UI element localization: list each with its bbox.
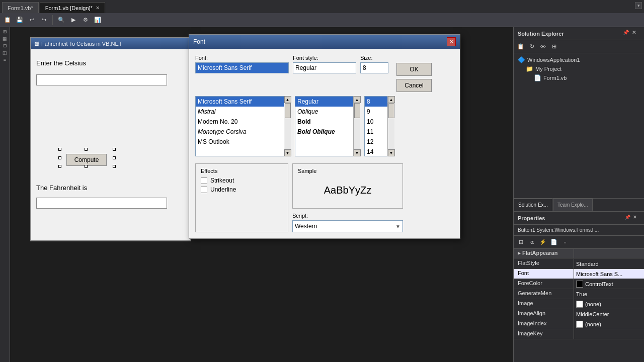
font-style-input[interactable] [293, 62, 356, 73]
font-style-label: Font style: [293, 55, 356, 61]
strikeout-label: Strikeout [210, 177, 234, 184]
select-arrow-icon: ▼ [395, 224, 400, 229]
size-scroll-down[interactable]: ▼ [388, 149, 395, 156]
size-label: Size: [360, 55, 388, 61]
size-scroll-up[interactable]: ▲ [388, 96, 395, 103]
style-scroll-track[interactable] [354, 103, 360, 149]
font-list-item-3[interactable]: Monotype Corsiva [196, 127, 290, 137]
style-list-scrollbar[interactable]: ▲ ▼ [353, 96, 360, 156]
underline-row[interactable]: Underline [201, 186, 283, 193]
underline-checkbox[interactable] [201, 187, 207, 193]
style-list-item-3[interactable]: Bold Oblique [295, 127, 360, 137]
font-scroll-track[interactable] [285, 103, 291, 149]
font-field-group: Font: [195, 55, 289, 92]
sample-text: AaBbYyZz [298, 176, 397, 204]
script-select[interactable]: Western ▼ [292, 220, 403, 232]
sample-title: Sample [298, 168, 397, 174]
script-value: Western [295, 223, 317, 230]
effects-section: Effects Strikeout Underline [195, 163, 288, 232]
dialog-title: Font [193, 38, 205, 45]
style-scroll-down[interactable]: ▼ [354, 149, 361, 156]
font-style-field-group: Font style: [293, 55, 356, 92]
font-list-item-0[interactable]: Microsoft Sans Serif [196, 97, 290, 107]
font-scroll-up[interactable]: ▲ [284, 96, 291, 103]
ok-button[interactable]: OK [396, 63, 432, 76]
size-list-scrollbar[interactable]: ▲ ▼ [387, 96, 394, 156]
script-row: Script: Western ▼ [292, 213, 403, 232]
style-list-item-2[interactable]: Bold [295, 117, 360, 127]
font-list-item-2[interactable]: Modern No. 20 [196, 117, 290, 127]
cancel-button[interactable]: Cancel [396, 79, 432, 92]
font-fields-row: Font: Font style: Size: OK [195, 55, 454, 92]
style-scroll-up[interactable]: ▲ [354, 96, 361, 103]
script-label: Script: [292, 213, 403, 219]
dialog-close-btn[interactable]: ✕ [447, 37, 456, 46]
size-field-group: Size: [360, 55, 388, 92]
style-list-wrapper: Regular Oblique Bold Bold Oblique ▲ ▼ [295, 96, 360, 156]
strikeout-checkbox[interactable] [201, 177, 207, 184]
style-list-item-1[interactable]: Oblique [295, 107, 360, 117]
font-list-wrapper: Microsoft Sans Serif Mistral Modern No. … [195, 96, 291, 156]
lists-row: Microsoft Sans Serif Mistral Modern No. … [195, 96, 454, 156]
font-scroll-down[interactable]: ▼ [284, 149, 291, 156]
font-dialog: Font ✕ Font: Font style: [189, 34, 460, 239]
font-list-item-1[interactable]: Mistral [196, 107, 290, 117]
style-scroll-thumb [354, 103, 360, 118]
dialog-title-bar: Font ✕ [189, 35, 460, 49]
underline-label: Underline [210, 186, 236, 193]
bottom-area: Effects Strikeout Underline Sample AaBbY… [195, 160, 454, 232]
font-list-scrollbar[interactable]: ▲ ▼ [284, 96, 291, 156]
sample-script-group: Sample AaBbYyZz Script: Western ▼ [292, 160, 403, 232]
size-scroll-track[interactable] [388, 103, 394, 149]
font-label: Font: [195, 55, 289, 61]
size-list-wrapper: 8 9 10 11 12 14 16 ▲ ▼ [364, 96, 394, 156]
dialog-body: Font: Font style: Size: OK [189, 49, 460, 238]
font-scroll-thumb [285, 103, 291, 118]
font-input[interactable] [195, 62, 289, 73]
font-list-item-4[interactable]: MS Outlook [196, 137, 290, 147]
font-list[interactable]: Microsoft Sans Serif Mistral Modern No. … [195, 96, 291, 156]
size-input[interactable] [360, 62, 388, 73]
size-scroll-thumb [388, 103, 394, 118]
effects-title: Effects [201, 168, 283, 174]
sample-section: Sample AaBbYyZz [292, 163, 403, 209]
modal-overlay: Font ✕ Font: Font style: [0, 0, 644, 362]
dialog-buttons: OK Cancel [396, 63, 432, 92]
style-list-item-0[interactable]: Regular [295, 97, 360, 107]
strikeout-row[interactable]: Strikeout [201, 177, 283, 184]
style-list[interactable]: Regular Oblique Bold Bold Oblique [295, 96, 360, 156]
